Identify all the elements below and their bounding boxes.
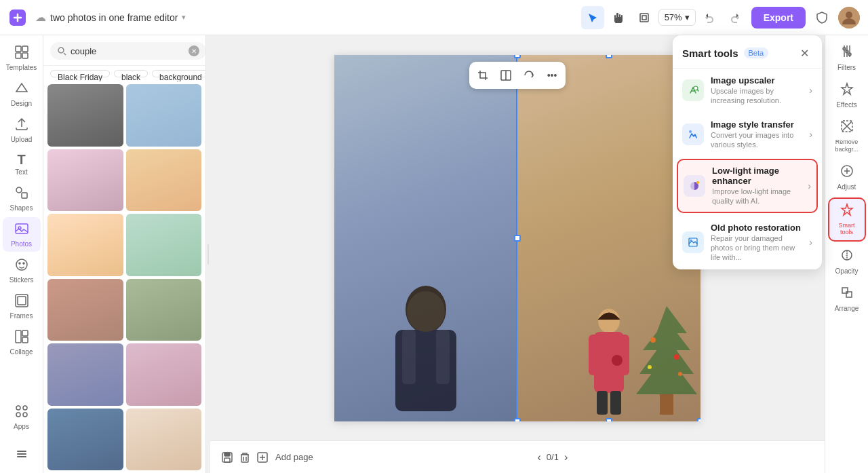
zoom-value: 57% — [665, 12, 682, 22]
svg-rect-8 — [22, 53, 28, 58]
smart-tools-close-button[interactable]: ✕ — [796, 45, 812, 61]
floating-toolbar: ••• — [469, 62, 566, 89]
style-transfer-desc: Convert your images into various styles. — [711, 130, 802, 150]
search-icon — [57, 46, 66, 56]
canvas-frame: ••• ↻ Low-light image enhancer — [334, 55, 701, 421]
sidebar-item-shapes[interactable]: Shapes — [3, 181, 41, 216]
list-item[interactable] — [126, 214, 202, 276]
sidebar-item-photos[interactable]: Photos — [3, 217, 41, 252]
upload-label: Upload — [11, 136, 33, 143]
zoom-control[interactable]: 57% ▾ — [658, 9, 696, 26]
stickers-icon — [14, 257, 29, 274]
layout-button[interactable] — [495, 64, 517, 86]
save-icon — [221, 451, 233, 463]
list-item[interactable] — [47, 149, 123, 211]
replace-button[interactable] — [518, 64, 540, 86]
list-item[interactable] — [47, 214, 123, 276]
sidebar-item-collage[interactable]: Collage — [3, 325, 41, 360]
sidebar-item-text[interactable]: T Text — [3, 149, 41, 180]
stickers-label: Stickers — [9, 276, 34, 284]
svg-rect-15 — [18, 297, 26, 305]
export-button[interactable]: Export — [751, 7, 806, 29]
filter-tag-black-friday[interactable]: Black Friday — [50, 70, 110, 77]
list-item[interactable] — [47, 343, 123, 405]
list-item[interactable] — [47, 279, 123, 341]
delete-page-button[interactable] — [239, 451, 251, 463]
filter-tag-black[interactable]: black — [114, 70, 148, 77]
right-tool-opacity[interactable]: Opacity — [828, 244, 866, 279]
svg-rect-2 — [642, 16, 646, 20]
app-logo[interactable] — [8, 8, 27, 27]
svg-rect-72 — [589, 335, 602, 375]
trash-icon — [239, 451, 251, 463]
effects-label: Effects — [836, 101, 856, 109]
crop-button[interactable] — [472, 64, 494, 86]
shield-icon[interactable] — [811, 7, 833, 29]
save-to-page-button[interactable] — [221, 451, 233, 463]
sidebar-item-stickers[interactable]: Stickers — [3, 253, 41, 288]
filters-icon — [840, 45, 854, 62]
sidebar-item-more[interactable] — [3, 442, 41, 468]
list-item[interactable] — [126, 409, 202, 470]
templates-label: Templates — [6, 64, 37, 71]
smart-tools-label: Smarttools — [838, 222, 854, 237]
add-page-button[interactable]: Add page — [256, 451, 313, 463]
list-item[interactable] — [126, 279, 202, 341]
shapes-icon — [14, 185, 29, 202]
right-tool-effects[interactable]: Effects — [828, 78, 866, 113]
filter-tag-background[interactable]: background — [152, 70, 205, 77]
right-tool-arrange[interactable]: Arrange — [828, 282, 866, 316]
lowlight-desc: Improve low-light image quality with AI. — [712, 187, 801, 206]
sidebar-item-apps[interactable]: Apps — [3, 400, 41, 434]
canvas-content: ••• ↻ Low-light image enhancer — [334, 55, 701, 421]
list-item[interactable] — [126, 149, 202, 211]
right-tool-filters[interactable]: Filters — [828, 41, 866, 75]
style-transfer-arrow: › — [809, 129, 812, 140]
frame-tool-button[interactable] — [633, 6, 656, 29]
shapes-label: Shapes — [10, 204, 33, 212]
remove-bg-icon — [840, 119, 854, 136]
redo-button[interactable] — [723, 6, 746, 29]
search-clear-button[interactable]: ✕ — [189, 45, 199, 56]
sidebar-item-upload[interactable]: Upload — [3, 113, 41, 147]
smart-tool-item-restore[interactable]: Old photo restoration Repair your damage… — [673, 216, 822, 269]
svg-rect-7 — [16, 53, 21, 58]
adjust-label: Adjust — [837, 183, 856, 191]
list-item[interactable] — [47, 84, 123, 146]
beta-badge: Beta — [744, 48, 769, 58]
restore-desc: Repair your damaged photos or bring them… — [711, 233, 802, 263]
more-options-button[interactable]: ••• — [541, 64, 563, 86]
restore-arrow: › — [809, 237, 812, 248]
dropdown-arrow-icon: ▾ — [182, 13, 186, 22]
smart-tool-item-upscaler[interactable]: Image upscaler Upscale images by increas… — [673, 69, 822, 113]
sidebar-item-design[interactable]: Design — [3, 77, 41, 111]
svg-point-19 — [16, 406, 20, 410]
right-tool-smart-tools[interactable]: Smarttools — [828, 197, 866, 242]
project-name-area[interactable]: ☁ two photos in one frame editor ▾ — [35, 11, 186, 24]
photos-panel: ✕ Black Friday black background — [43, 35, 206, 473]
search-input[interactable] — [71, 46, 184, 56]
hand-tool-button[interactable] — [607, 6, 630, 29]
restore-icon — [682, 231, 704, 253]
prev-page-button[interactable]: ‹ — [537, 451, 540, 463]
svg-rect-65 — [660, 394, 673, 415]
lowlight-icon — [684, 175, 705, 197]
smart-tool-item-style[interactable]: Image style transfer Convert your images… — [673, 113, 822, 157]
pointer-tool-button[interactable] — [581, 6, 604, 29]
right-tool-remove-bg[interactable]: Removebackgr... — [828, 115, 866, 157]
arrange-icon — [840, 286, 854, 303]
svg-rect-18 — [22, 337, 28, 343]
search-input-wrap[interactable]: ✕ — [50, 42, 206, 60]
next-page-button[interactable]: › — [564, 451, 568, 463]
sidebar-item-frames[interactable]: Frames — [3, 289, 41, 324]
right-tool-adjust[interactable]: Adjust — [828, 160, 866, 195]
canvas-left-photo[interactable] — [334, 55, 517, 421]
undo-button[interactable] — [698, 6, 722, 29]
list-item[interactable] — [126, 84, 202, 146]
avatar[interactable] — [838, 7, 860, 29]
list-item[interactable] — [126, 343, 202, 405]
collage-icon — [14, 329, 29, 346]
list-item[interactable] — [47, 409, 123, 470]
sidebar-item-templates[interactable]: Templates — [3, 41, 41, 75]
smart-tool-item-lowlight[interactable]: Low-light image enhancer Improve low-lig… — [677, 159, 818, 213]
